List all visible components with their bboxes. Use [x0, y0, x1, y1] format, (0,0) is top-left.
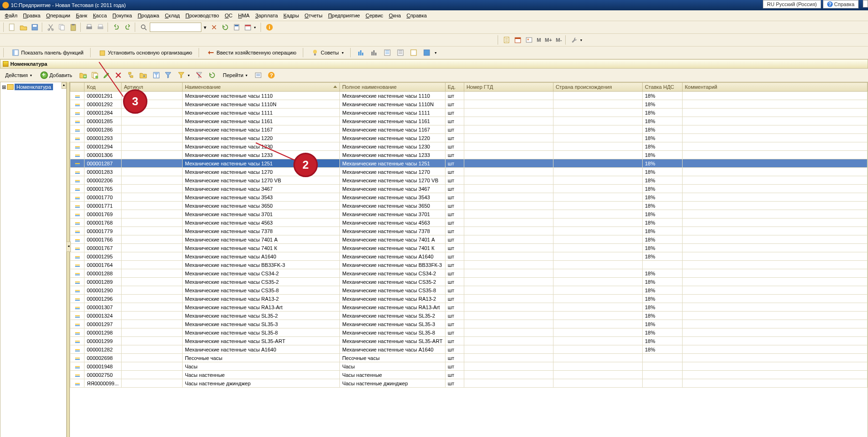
- col-header[interactable]: [70, 83, 84, 92]
- menu-производство[interactable]: Производство: [183, 12, 222, 19]
- table-row[interactable]: ЯЯ0000099...Часы настенные джинджерЧасы …: [70, 379, 868, 388]
- save-doc-icon[interactable]: [30, 22, 40, 32]
- menu-покупка[interactable]: Покупка: [110, 12, 135, 19]
- open-doc-icon[interactable]: [18, 22, 29, 32]
- menu-банк[interactable]: Банк: [74, 12, 90, 19]
- refresh-list-icon[interactable]: [207, 70, 217, 80]
- table-row[interactable]: 000001769Механические настенные часы 370…: [70, 210, 868, 218]
- undo-icon[interactable]: [111, 22, 122, 32]
- clipboard-list-icon[interactable]: [501, 35, 512, 45]
- col-header[interactable]: Номер ГТД: [464, 83, 553, 92]
- tree-root-node[interactable]: ⊞ Номенклатура: [2, 84, 65, 90]
- calendar-icon[interactable]: [243, 22, 253, 32]
- advice-button[interactable]: Советы: [308, 48, 346, 57]
- table-row[interactable]: 000001764Механические настенные часы ВВ3…: [70, 261, 868, 269]
- print-icon[interactable]: [84, 22, 94, 32]
- add-folder-icon[interactable]: +: [78, 70, 88, 80]
- calendar2-icon[interactable]: [513, 35, 523, 45]
- splitter[interactable]: ◂: [67, 82, 69, 437]
- add-button[interactable]: Добавить: [38, 70, 75, 80]
- table-row[interactable]: 000001298Механические настенные часы SL3…: [70, 328, 868, 337]
- delete-mark-icon[interactable]: [113, 70, 123, 80]
- add-copy-icon[interactable]: [90, 70, 100, 80]
- table-row[interactable]: 000001771Механические настенные часы 365…: [70, 202, 868, 210]
- m-plus-button[interactable]: М+: [543, 35, 553, 45]
- user-card-icon[interactable]: [524, 35, 534, 45]
- set-org-button[interactable]: Установить основную организацию: [96, 48, 195, 57]
- table-row[interactable]: 000001299Механические настенные часы SL3…: [70, 337, 868, 345]
- table-row[interactable]: 000001287Механические настенные часы 125…: [70, 159, 868, 168]
- copy-icon[interactable]: [57, 22, 67, 32]
- menu-правка[interactable]: Правка: [21, 12, 43, 19]
- filter-off-icon[interactable]: [194, 70, 204, 80]
- menu-кадры[interactable]: Кадры: [281, 12, 301, 19]
- search-dropdown-icon[interactable]: ▾: [202, 22, 208, 32]
- col-header[interactable]: Комментарий: [682, 83, 867, 92]
- menu-нма[interactable]: НМА: [236, 12, 252, 19]
- title-extra-menu[interactable]: ▾: [863, 0, 868, 8]
- table-row[interactable]: 000001307Механические настенные часы RA1…: [70, 303, 868, 312]
- col-header[interactable]: Ед.: [445, 83, 464, 92]
- menu-предприятие[interactable]: Предприятие: [326, 12, 362, 19]
- tree-collapse-icon[interactable]: ▴: [61, 82, 66, 89]
- table-row[interactable]: 000001296Механические настенные часы RA1…: [70, 295, 868, 303]
- print-preview-icon[interactable]: [95, 22, 106, 32]
- menu-зарплата[interactable]: Зарплата: [253, 12, 280, 19]
- menu-отчеты[interactable]: Отчеты: [302, 12, 325, 19]
- table-row[interactable]: 000001770Механические настенные часы 354…: [70, 193, 868, 202]
- refresh-icon[interactable]: [220, 22, 230, 32]
- table-row[interactable]: 000001294Механические настенные часы 123…: [70, 142, 868, 151]
- table-row[interactable]: 000001288Механические настенные часы CS3…: [70, 269, 868, 278]
- splitter-handle-icon[interactable]: ◂: [66, 242, 71, 252]
- help-list-icon[interactable]: ?: [266, 70, 277, 80]
- move-icon[interactable]: [138, 70, 148, 80]
- menu-касса[interactable]: Касса: [91, 12, 109, 19]
- wrench-icon[interactable]: [569, 35, 579, 45]
- table-row[interactable]: 000002750Часы настенныеЧасы настенныешт: [70, 371, 868, 379]
- report-icon-4[interactable]: [395, 47, 406, 58]
- filter-value-icon[interactable]: [176, 70, 186, 80]
- help-button[interactable]: ?Справка: [823, 0, 859, 8]
- filter-icon[interactable]: [163, 70, 173, 80]
- menu-операции[interactable]: Операции: [44, 12, 72, 19]
- table-row[interactable]: 000001285Механические настенные часы 116…: [70, 117, 868, 125]
- menu-сервис[interactable]: Сервис: [363, 12, 386, 19]
- col-header[interactable]: Наименование: [182, 83, 339, 92]
- table-row[interactable]: 000001306Механические настенные часы 123…: [70, 151, 868, 159]
- menu-продажа[interactable]: Продажа: [135, 12, 161, 19]
- search-clear-icon[interactable]: [209, 22, 219, 32]
- search-input[interactable]: [150, 23, 201, 32]
- calc-icon[interactable]: [231, 22, 242, 32]
- table-row[interactable]: 000002206Механические настенные часы 127…: [70, 176, 868, 185]
- table-row[interactable]: 000001948ЧасыЧасышт: [70, 362, 868, 371]
- actions-button[interactable]: Действия: [2, 71, 35, 79]
- col-header[interactable]: Полное наименование: [339, 83, 445, 92]
- table-row[interactable]: 000001297Механические настенные часы SL3…: [70, 320, 868, 328]
- table-row[interactable]: 000001765Механические настенные часы 346…: [70, 185, 868, 193]
- m-button[interactable]: М: [535, 35, 542, 45]
- report-icon-3[interactable]: [382, 47, 392, 58]
- hierarchy-icon[interactable]: [126, 70, 137, 80]
- info-icon[interactable]: i: [264, 22, 275, 32]
- menu-ос[interactable]: ОС: [223, 12, 235, 19]
- table-row[interactable]: 000001292Механические настенные часы 111…: [70, 100, 868, 109]
- table-row[interactable]: 000001286Механические настенные часы 116…: [70, 125, 868, 134]
- report-icon-5[interactable]: [408, 47, 419, 58]
- table-row[interactable]: 000001282Механические настенные часы А16…: [70, 345, 868, 354]
- goto-button[interactable]: Перейти: [220, 71, 251, 79]
- report-icon-2[interactable]: [369, 47, 379, 58]
- table-row[interactable]: 000001293Механические настенные часы 122…: [70, 134, 868, 142]
- redo-icon[interactable]: [123, 22, 133, 32]
- cut-icon[interactable]: [46, 22, 56, 32]
- m-minus-button[interactable]: М-: [554, 35, 563, 45]
- table-row[interactable]: 000001295Механические настенные часы А16…: [70, 252, 868, 261]
- table-row[interactable]: 000001291Механические настенные часы 111…: [70, 92, 868, 100]
- new-doc-icon[interactable]: [7, 22, 17, 32]
- table-row[interactable]: 000001290Механические настенные часы CS3…: [70, 286, 868, 295]
- show-panel-button[interactable]: Показать панель функций: [9, 48, 86, 57]
- menu-файл[interactable]: Файл: [2, 12, 20, 19]
- filter-period-icon[interactable]: [151, 70, 161, 80]
- paste-icon[interactable]: [68, 22, 78, 32]
- col-header[interactable]: Ставка НДС: [642, 83, 682, 92]
- expand-icon[interactable]: ⊞: [2, 84, 6, 90]
